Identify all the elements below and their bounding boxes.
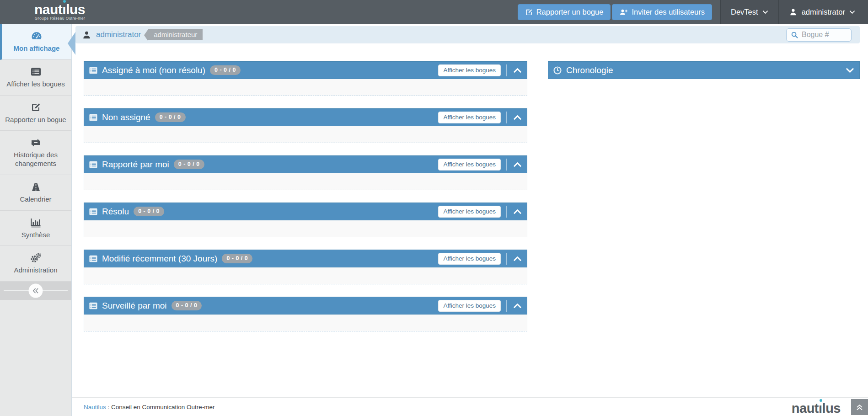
panel-count-badge: 0 - 0 / 0 — [171, 301, 202, 310]
table-icon — [89, 302, 98, 310]
main-content: administrator administrateur Assigné à m… — [72, 24, 868, 416]
chevron-down-icon[interactable] — [845, 67, 855, 74]
edit-icon — [30, 101, 41, 113]
nautilus-logo[interactable]: nautılus Groupe Réseau Outre-mer — [34, 4, 85, 21]
bar-chart-icon — [30, 217, 42, 229]
panel-header: Surveillé par moi 0 - 0 / 0 Afficher les… — [84, 297, 527, 315]
sidebar-item-label: Calendrier — [20, 195, 51, 204]
logo-teal-dot — [820, 399, 822, 402]
view-issues-button[interactable]: Afficher les bogues — [438, 64, 501, 76]
divider — [506, 300, 507, 312]
divider — [839, 64, 839, 76]
table-icon — [89, 255, 98, 263]
panel-reported-by-me: Rapporté par moi 0 - 0 / 0 Afficher les … — [84, 155, 527, 190]
sidebar-item-calendar[interactable]: Calendrier — [0, 175, 71, 211]
user-icon — [82, 30, 91, 40]
double-chevron-up-icon — [856, 404, 863, 411]
gears-icon — [30, 252, 42, 264]
view-issues-button[interactable]: Afficher les bogues — [438, 159, 501, 171]
search-icon — [791, 31, 798, 39]
sidebar-collapse-toggle[interactable] — [0, 282, 71, 300]
table-icon — [89, 208, 98, 216]
back-to-top-button[interactable] — [851, 399, 868, 415]
sidebar-item-my-view[interactable]: Mon affichage — [0, 24, 71, 60]
active-item-arrow — [68, 32, 75, 55]
chevron-up-icon[interactable] — [512, 255, 523, 262]
report-bug-button[interactable]: Rapporter un bogue — [518, 4, 611, 20]
panel-body-empty — [84, 315, 527, 331]
sidebar-item-changelog[interactable]: Historique des changements — [0, 131, 71, 175]
divider — [506, 253, 507, 265]
panel-title: Chronologie — [566, 65, 613, 75]
chevron-up-icon[interactable] — [512, 114, 523, 121]
issue-search-box — [786, 28, 852, 42]
panel-title: Assigné à moi (non résolu) — [102, 65, 205, 75]
panel-unassigned: Non assigné 0 - 0 / 0 Afficher les bogue… — [84, 108, 527, 143]
view-issues-button[interactable]: Afficher les bogues — [438, 300, 501, 312]
user-menu-label: administrator — [802, 8, 845, 16]
panel-header: Rapporté par moi 0 - 0 / 0 Afficher les … — [84, 155, 527, 173]
chevron-up-icon[interactable] — [512, 67, 523, 74]
footer-nautilus-logo: nautılus — [792, 401, 841, 416]
panel-count-badge: 0 - 0 / 0 — [134, 207, 164, 216]
divider — [506, 112, 507, 123]
report-bug-label: Rapporter un bogue — [536, 8, 604, 16]
invite-users-button[interactable]: Inviter des utilisateurs — [612, 4, 712, 20]
chevron-down-icon — [849, 10, 855, 14]
panel-assigned-to-me: Assigné à moi (non résolu) 0 - 0 / 0 Aff… — [84, 61, 527, 96]
user-plus-icon — [619, 8, 628, 16]
view-issues-button[interactable]: Afficher les bogues — [438, 206, 501, 218]
sidebar-item-report-issue[interactable]: Rapporter un bogue — [0, 96, 71, 131]
divider — [506, 159, 507, 171]
panel-body-empty — [84, 267, 527, 284]
panel-title: Modifié récemment (30 Jours) — [102, 254, 217, 264]
chevron-up-icon[interactable] — [512, 208, 523, 215]
road-icon — [30, 181, 42, 193]
sidebar-item-label: Historique des changements — [2, 151, 70, 168]
user-menu-dropdown[interactable]: administrator — [778, 0, 868, 24]
sidebar-item-label: Mon affichage — [14, 44, 60, 53]
footer-tagline: : Conseil en Communication Outre-mer — [106, 404, 215, 411]
panel-body-empty — [84, 173, 527, 190]
logo-teal-dot — [63, 0, 66, 3]
timeline-column: Chronologie — [548, 61, 860, 91]
chevron-down-icon — [762, 10, 768, 14]
panel-title: Rapporté par moi — [102, 160, 169, 170]
project-dropdown[interactable]: DevTest — [720, 0, 778, 24]
panel-header: Résolu 0 - 0 / 0 Afficher les bogues — [84, 203, 527, 220]
edit-icon — [525, 8, 533, 16]
sidebar-item-summary[interactable]: Synthèse — [0, 211, 71, 246]
panel-recently-modified: Modifié récemment (30 Jours) 0 - 0 / 0 A… — [84, 250, 527, 284]
table-icon — [89, 66, 98, 75]
chevron-up-icon[interactable] — [512, 302, 523, 309]
breadcrumb: administrator administrateur — [75, 26, 860, 43]
sidebar-nav: Mon affichage Afficher les bogues Rappor… — [0, 24, 72, 416]
view-issues-button[interactable]: Afficher les bogues — [438, 112, 501, 123]
panel-count-badge: 0 - 0 / 0 — [222, 254, 252, 263]
table-icon — [89, 160, 98, 169]
panel-header: Chronologie — [548, 61, 860, 79]
page-footer: Nautilus : Conseil en Communication Outr… — [72, 397, 868, 416]
sidebar-item-label: Rapporter un bogue — [5, 116, 66, 124]
project-dropdown-label: DevTest — [731, 8, 758, 16]
chevron-up-icon[interactable] — [512, 161, 523, 168]
sidebar-item-view-issues[interactable]: Afficher les bogues — [0, 60, 71, 96]
sidebar-item-administration[interactable]: Administration — [0, 246, 71, 282]
invite-users-label: Inviter des utilisateurs — [632, 8, 705, 16]
panel-title: Résolu — [102, 207, 129, 217]
tachometer-icon — [31, 30, 43, 42]
footer-site-link[interactable]: Nautilus — [84, 404, 106, 411]
issue-search-input[interactable] — [802, 31, 847, 39]
dashboard-panels-column: Assigné à moi (non résolu) 0 - 0 / 0 Aff… — [84, 61, 527, 344]
sidebar-item-label: Administration — [14, 266, 57, 275]
panel-title: Non assigné — [102, 112, 150, 123]
panel-title: Surveillé par moi — [102, 301, 167, 311]
breadcrumb-username-link[interactable]: administrator — [96, 30, 141, 39]
user-icon — [789, 8, 798, 16]
view-issues-button[interactable]: Afficher les bogues — [438, 253, 501, 265]
panel-count-badge: 0 - 0 / 0 — [174, 160, 204, 169]
panel-count-badge: 0 - 0 / 0 — [210, 65, 241, 75]
panel-body-empty — [84, 220, 527, 237]
table-icon — [89, 113, 98, 122]
retweet-icon — [30, 137, 42, 149]
